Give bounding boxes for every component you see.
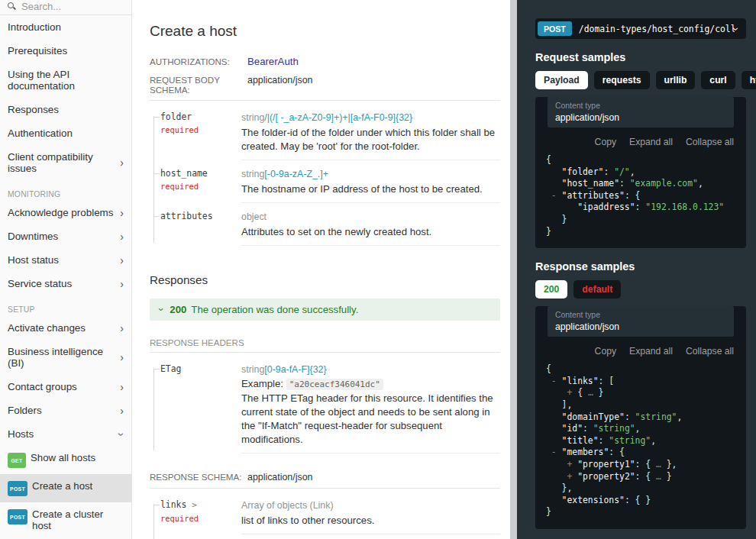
search-input[interactable] bbox=[21, 1, 113, 12]
sidebar-item-responses[interactable]: Responses bbox=[0, 98, 131, 121]
copy-button[interactable]: Copy bbox=[595, 137, 616, 147]
chevron-right-icon: › bbox=[120, 209, 124, 217]
authorizations-label: AUTHORIZATIONS: bbox=[150, 56, 247, 66]
sidebar-item-contact-groups[interactable]: Contact groups › bbox=[0, 375, 131, 399]
search-box[interactable] bbox=[0, 0, 131, 15]
field-name: folder bbox=[160, 111, 235, 122]
field-row-links[interactable]: links > required Array of objects (Link)… bbox=[160, 499, 500, 539]
search-icon bbox=[8, 2, 16, 11]
field-description: The hostname or IP address of the host t… bbox=[241, 182, 500, 196]
sidebar-op-create-a-cluster-host[interactable]: POST Create a cluster host bbox=[0, 502, 131, 537]
tab-httpie[interactable]: httpie bbox=[741, 71, 756, 89]
sidebar-item-downtimes[interactable]: Downtimes › bbox=[0, 224, 131, 248]
copy-button[interactable]: Copy bbox=[595, 346, 616, 357]
request-schema-table: folder required string/|(/[ -_a-zA-Z0-9]… bbox=[150, 111, 500, 253]
content-type-box[interactable]: Content type application/json bbox=[548, 97, 734, 127]
field-pattern: [0-9a-fA-F]{32} bbox=[264, 364, 326, 375]
chevron-right-icon: › bbox=[120, 324, 124, 332]
response-schema-row: RESPONSE SCHEMA: application/json bbox=[150, 472, 500, 489]
content-type-box[interactable]: Content type application/json bbox=[548, 306, 734, 337]
sidebar-item-prerequisites[interactable]: Prerequisites bbox=[0, 39, 131, 63]
sidebar-op-create-a-host[interactable]: POST Create a host bbox=[0, 474, 131, 502]
response-samples-heading: Response samples bbox=[535, 260, 746, 273]
sidebar-item-folders[interactable]: Folders › bbox=[0, 399, 131, 422]
response-200-banner[interactable]: › 200 The operation was done successfull… bbox=[150, 299, 500, 321]
authorizations-row: AUTHORIZATIONS: BearerAuth bbox=[150, 56, 500, 67]
method-badge-get: GET bbox=[8, 453, 26, 468]
expand-all-button[interactable]: Expand all bbox=[629, 137, 673, 147]
sidebar-item-client-compatibility[interactable]: Client compatibility issues › bbox=[0, 145, 131, 180]
method-badge-post: POST bbox=[8, 481, 27, 496]
main-content: Create a host AUTHORIZATIONS: BearerAuth… bbox=[133, 0, 510, 539]
tab-200[interactable]: 200 bbox=[535, 280, 567, 299]
collapse-all-button[interactable]: Collapse all bbox=[686, 137, 734, 147]
sidebar-item-hosts[interactable]: Hosts › bbox=[0, 422, 131, 446]
method-badge-post: POST bbox=[538, 21, 572, 36]
request-content-type: application/json bbox=[247, 75, 312, 86]
tab-default[interactable]: default bbox=[573, 280, 621, 299]
field-type: Array of objects (Link) bbox=[241, 499, 500, 512]
expand-icon[interactable]: > bbox=[192, 500, 197, 510]
sidebar-op-show-all-hosts[interactable]: GET Show all hosts bbox=[0, 446, 131, 474]
endpoint-selector[interactable]: POST /domain-types/host_config/collecti…… bbox=[535, 18, 746, 39]
sidebar-item-using-api-doc[interactable]: Using the API documentation bbox=[0, 63, 131, 98]
chevron-right-icon: › bbox=[120, 233, 124, 240]
example-label: Example: bbox=[241, 378, 283, 389]
sidebar-item-introduction[interactable]: Introduction bbox=[0, 15, 131, 39]
request-samples-heading: Request samples bbox=[535, 51, 746, 63]
sidebar-item-authentication[interactable]: Authentication bbox=[0, 121, 131, 145]
field-type: string[0-9a-fA-F]{32} bbox=[241, 363, 500, 376]
required-flag: required bbox=[160, 181, 235, 192]
samples-panel: POST /domain-types/host_config/collecti…… bbox=[517, 0, 756, 539]
sidebar-item-service-status[interactable]: Service status › bbox=[0, 272, 131, 295]
response-sample-code[interactable]: { - "links": [ + { … } ], "domainType": … bbox=[535, 358, 746, 521]
field-type: string/|(/[ -_a-zA-Z0-9]+)+|[a-fA-F0-9]{… bbox=[241, 111, 500, 124]
content-type-value: application/json bbox=[555, 321, 726, 332]
response-schema-label: RESPONSE SCHEMA: bbox=[150, 472, 247, 482]
field-name: links bbox=[160, 499, 186, 510]
request-sample-tabs: Payload requests urllib curl httpie bbox=[535, 71, 746, 89]
response-code: 200 bbox=[170, 304, 186, 315]
tab-curl[interactable]: curl bbox=[701, 71, 735, 89]
sidebar-item-acknowledge-problems[interactable]: Acknowledge problems › bbox=[0, 201, 131, 224]
code-actions: Copy Expand all Collapse all bbox=[548, 346, 734, 357]
content-scrollbar[interactable] bbox=[510, 0, 517, 539]
field-row-attributes: attributes object Attributes to set on t… bbox=[160, 211, 500, 253]
required-flag: required bbox=[160, 513, 235, 524]
response-sample-tabs: 200 default bbox=[535, 280, 746, 299]
chevron-down-icon: › bbox=[118, 432, 126, 436]
collapse-all-button[interactable]: Collapse all bbox=[686, 346, 734, 357]
tab-requests[interactable]: requests bbox=[594, 71, 650, 89]
expand-all-button[interactable]: Expand all bbox=[629, 346, 673, 357]
chevron-right-icon: › bbox=[120, 159, 124, 166]
sidebar-item-business-intelligence[interactable]: Business intelligence (BI) › bbox=[0, 340, 131, 375]
content-type-label: Content type bbox=[555, 311, 726, 319]
field-row-host-name: host_name required string[-0-9a-zA-Z_.]+… bbox=[160, 168, 500, 211]
sidebar-item-host-status[interactable]: Host status › bbox=[0, 248, 131, 272]
request-sample-block: Content type application/json Copy Expan… bbox=[535, 97, 746, 248]
response-sample-block: Content type application/json Copy Expan… bbox=[535, 306, 746, 529]
field-type: object bbox=[241, 211, 500, 223]
field-description: list of links to other resources. bbox=[241, 514, 500, 528]
tab-urllib[interactable]: urllib bbox=[656, 71, 696, 89]
response-headers-table: ETag string[0-9a-fA-F]{32} Example: "a20… bbox=[150, 363, 500, 461]
response-banner-text: The operation was done successfully. bbox=[191, 304, 358, 315]
code-actions: Copy Expand all Collapse all bbox=[548, 137, 734, 147]
field-row-folder: folder required string/|(/[ -_a-zA-Z0-9]… bbox=[160, 111, 500, 168]
field-pattern: /|(/[ -_a-zA-Z0-9]+)+|[a-fA-F0-9]{32} bbox=[264, 112, 412, 123]
tab-payload[interactable]: Payload bbox=[535, 71, 588, 89]
bearer-auth-link[interactable]: BearerAuth bbox=[247, 56, 299, 67]
chevron-down-icon: › bbox=[733, 27, 741, 31]
required-flag: required bbox=[160, 124, 235, 135]
chevron-right-icon: › bbox=[120, 257, 124, 264]
example-value: "a20ceacf346041dc" bbox=[286, 379, 383, 390]
response-schema-table: links > required Array of objects (Link)… bbox=[150, 499, 500, 539]
field-pattern: [-0-9a-zA-Z_.]+ bbox=[264, 169, 328, 179]
content-type-value: application/json bbox=[555, 112, 726, 123]
field-type: string[-0-9a-zA-Z_.]+ bbox=[241, 168, 500, 180]
request-sample-code[interactable]: { "folder": "/", "host_name": "example.c… bbox=[535, 149, 746, 240]
endpoint-path: /domain-types/host_config/collecti… bbox=[579, 24, 735, 34]
sidebar-item-activate-changes[interactable]: Activate changes › bbox=[0, 316, 131, 340]
field-row-etag: ETag string[0-9a-fA-F]{32} Example: "a20… bbox=[160, 363, 500, 461]
response-content-type: application/json bbox=[247, 472, 312, 483]
